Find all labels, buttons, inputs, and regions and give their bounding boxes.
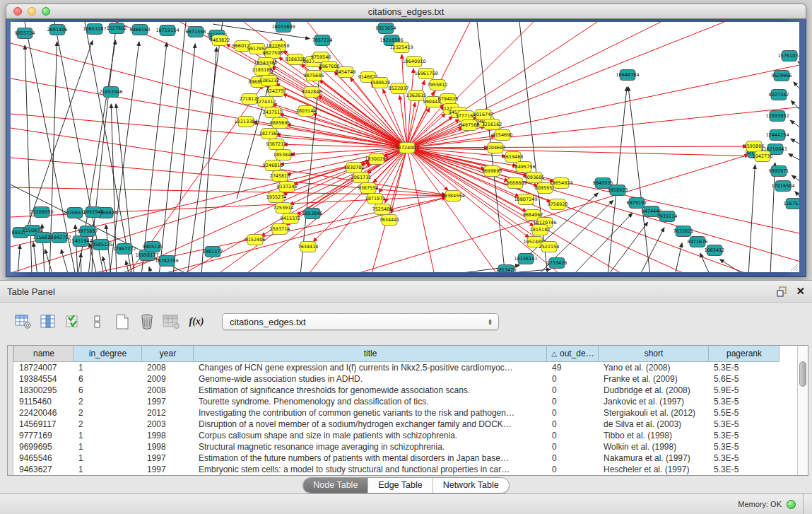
citation-node[interactable]: 1527602 — [107, 23, 127, 34]
citation-node[interactable]: 9415372 — [281, 214, 301, 224]
table-row[interactable]: 946554611997Estimation of the future num… — [14, 452, 797, 464]
table-cell[interactable]: 5.3E-5 — [709, 464, 779, 475]
citation-node[interactable]: 2204697 — [486, 143, 506, 153]
table-cell[interactable]: 0 — [547, 373, 599, 385]
table-cell[interactable]: 49 — [547, 362, 599, 374]
table-cell[interactable]: Investigating the contribution of common… — [194, 407, 547, 419]
table-cell[interactable]: Stergiakouli et al. (2012) — [599, 407, 709, 419]
citation-node[interactable]: 6979197 — [627, 198, 647, 209]
table-options-icon[interactable] — [14, 313, 33, 331]
table-cell[interactable]: 6 — [73, 373, 142, 385]
citation-node[interactable]: 1588520 — [370, 78, 391, 88]
citation-edge[interactable] — [407, 22, 724, 148]
citation-edge[interactable] — [407, 146, 747, 148]
citation-node[interactable]: 15751074 — [777, 51, 799, 62]
citation-edge[interactable] — [790, 120, 799, 129]
table-cell[interactable]: Structural magnetic resonance image aver… — [194, 441, 547, 452]
citation-node[interactable]: 3216162 — [482, 119, 502, 130]
citation-node[interactable]: 1853846 — [273, 150, 294, 160]
citation-node[interactable]: 9154690 — [493, 130, 513, 141]
table-cell[interactable]: 9115460 — [14, 396, 73, 407]
table-cell[interactable]: 0 — [547, 430, 599, 441]
citation-node[interactable]: 10719154 — [155, 25, 179, 36]
table-cell[interactable]: 5.3E-5 — [709, 362, 779, 374]
citation-node[interactable]: 7955812 — [428, 80, 448, 90]
citation-edge[interactable] — [407, 148, 799, 262]
table-row[interactable]: 911546021997Tourette syndrome. Phenomeno… — [14, 396, 797, 407]
citation-edge[interactable] — [770, 163, 775, 272]
citation-node[interactable]: 17016504 — [771, 181, 794, 192]
table-cell[interactable]: 2 — [73, 396, 142, 407]
citation-node[interactable]: 9152406 — [245, 235, 266, 245]
citation-node[interactable]: 1167533 — [784, 199, 799, 209]
citation-node[interactable]: 9137245 — [277, 182, 298, 192]
citation-node[interactable]: 1981377 — [203, 247, 223, 257]
table-cell[interactable]: 9777169 — [14, 430, 73, 441]
citation-node[interactable]: 9892971 — [769, 166, 789, 177]
citation-node[interactable]: 5905135 — [143, 242, 163, 252]
table-row[interactable]: 2242004622012Investigating the contribut… — [14, 407, 797, 419]
network-canvas[interactable]: 9055724269140610653287152760264661601071… — [11, 22, 799, 272]
float-panel-icon[interactable] — [777, 286, 787, 297]
citation-node[interactable]: 8454749 — [336, 67, 356, 78]
citation-node[interactable]: 14136141 — [514, 254, 537, 264]
citation-edge[interactable] — [159, 22, 186, 272]
citation-node[interactable]: 7857224 — [312, 35, 333, 46]
tab-node-table[interactable]: Node Table — [303, 478, 367, 493]
table-cell[interactable]: 1 — [73, 452, 142, 464]
citation-edge[interactable] — [748, 165, 755, 272]
table-cell[interactable] — [779, 441, 797, 452]
close-panel-icon[interactable]: ✕ — [796, 286, 805, 296]
citation-edge[interactable] — [407, 64, 799, 148]
citation-node[interactable]: 2691406 — [47, 25, 68, 35]
citation-node[interactable]: 7632621 — [673, 226, 694, 237]
table-row[interactable]: 1872400712008Changes of HCN gene express… — [14, 362, 797, 374]
citation-node[interactable]: 1065412 — [705, 245, 725, 256]
citation-node[interactable]: 12093832 — [765, 111, 789, 122]
table-cell[interactable]: 18300295 — [14, 385, 73, 396]
citation-node[interactable]: 8813054 — [376, 23, 396, 34]
table-cell[interactable]: Estimation of the future numbers of pati… — [194, 452, 547, 464]
table-cell[interactable]: 1 — [73, 441, 142, 452]
tab-network-table[interactable]: Network Table — [433, 478, 509, 493]
network-window-titlebar[interactable]: citations_edges.txt — [6, 4, 806, 19]
table-cell[interactable]: 9699695 — [14, 441, 73, 452]
zoom-window-button[interactable] — [42, 7, 50, 16]
table-cell[interactable] — [779, 464, 797, 475]
table-cell[interactable] — [779, 419, 797, 430]
table-cell[interactable]: 0 — [547, 452, 599, 464]
table-cell[interactable]: Nakamura et al. (1997) — [599, 452, 709, 464]
row-height-icon[interactable] — [88, 313, 107, 331]
table-cell[interactable]: 18724007 — [14, 362, 73, 374]
citation-edge[interactable] — [791, 139, 799, 146]
table-cell[interactable]: Estimation of significance thresholds fo… — [194, 385, 547, 396]
canvas-resize-grip[interactable] — [789, 262, 799, 271]
citation-edge[interactable] — [102, 257, 107, 272]
citation-edge[interactable] — [640, 228, 664, 272]
citation-node[interactable]: 6497568 — [459, 120, 480, 131]
citation-node[interactable]: 9827508 — [263, 48, 283, 59]
table-cell[interactable]: 1 — [73, 362, 142, 374]
citation-node[interactable]: 8471676 — [688, 237, 708, 247]
table-cell[interactable] — [779, 407, 797, 419]
citation-node[interactable]: 16648784 — [616, 70, 639, 81]
citation-node[interactable]: 7463822 — [210, 35, 230, 46]
citation-node[interactable]: 1992946 — [83, 207, 104, 218]
table-cell[interactable]: 0 — [547, 396, 599, 407]
citation-edge[interactable] — [110, 42, 139, 272]
column-header-year[interactable]: year — [142, 346, 194, 362]
table-cell[interactable]: 0 — [547, 464, 599, 475]
table-cell[interactable]: Embryonic stem cells: a model to study s… — [194, 464, 547, 475]
citation-edge[interactable] — [798, 62, 799, 64]
citation-edge[interactable] — [792, 175, 799, 183]
citation-node[interactable]: 4093605 — [524, 173, 545, 183]
table-cell[interactable]: 2 — [73, 407, 142, 419]
citation-edge[interactable] — [149, 267, 152, 272]
citation-edge[interactable] — [789, 153, 799, 162]
table-cell[interactable] — [779, 362, 797, 374]
table-cell[interactable]: Jankovic et al. (1997) — [599, 396, 709, 407]
table-cell[interactable]: Franke et al. (2009) — [599, 373, 709, 385]
table-cell[interactable] — [779, 385, 797, 396]
table-cell[interactable]: 2012 — [142, 407, 194, 419]
citation-node[interactable]: 1830702 — [344, 163, 365, 173]
